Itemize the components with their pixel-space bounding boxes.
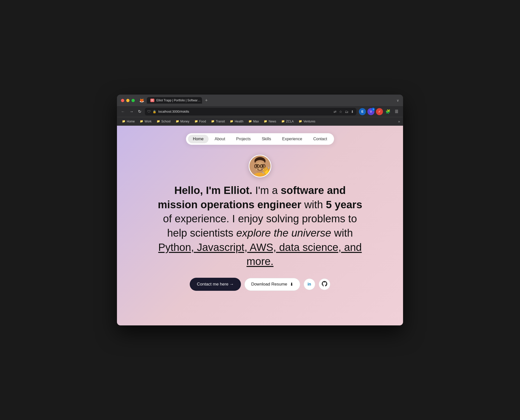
bookmark-folder-icon: 📁 xyxy=(157,120,160,123)
url-text: localhost:3000/#skills xyxy=(158,110,189,113)
svg-point-7 xyxy=(256,165,258,167)
github-icon xyxy=(322,281,327,288)
url-bar[interactable]: 🛡 🔒 localhost:3000/#skills ⇄ ☆ 🗂 ⬇ xyxy=(145,108,356,115)
bookmark-folder-icon: 📁 xyxy=(194,120,198,123)
bookmark-folder-icon: 📁 xyxy=(230,120,233,123)
hero-text: Hello, I'm Elliot. I'm a software and mi… xyxy=(155,183,365,269)
refresh-button[interactable]: ↻ xyxy=(137,108,142,115)
address-bar: ← → ↻ 🛡 🔒 localhost:3000/#skills ⇄ ☆ 🗂 ⬇… xyxy=(117,106,403,117)
bookmark-ventures[interactable]: 📁 Ventures xyxy=(297,119,317,124)
nav-item-experience[interactable]: Experience xyxy=(277,135,307,143)
back-button[interactable]: ← xyxy=(120,108,126,115)
bookmarks-more-button[interactable]: » xyxy=(398,119,400,123)
shield-icon: 🛡 xyxy=(147,110,151,113)
nav-item-projects[interactable]: Projects xyxy=(231,135,256,143)
bookmark-folder-icon: 📁 xyxy=(281,120,285,123)
years-text: 5 years xyxy=(326,199,362,211)
menu-button[interactable]: ☰ xyxy=(393,108,400,115)
nav-item-skills[interactable]: Skills xyxy=(257,135,276,143)
bookmark-label: Max xyxy=(253,120,259,123)
greeting-bold: Hello, I'm Elliot. xyxy=(174,184,252,196)
linkedin-button[interactable]: in xyxy=(304,278,315,290)
bookmark-school[interactable]: 📁 School xyxy=(155,119,173,124)
firefox-icon: 🦊 xyxy=(139,98,144,103)
bookmark-star-icon[interactable]: ☆ xyxy=(339,110,342,114)
description-4: with xyxy=(331,227,353,239)
download-icon: ⬇ xyxy=(290,282,293,287)
github-button[interactable] xyxy=(319,278,330,290)
bookmark-folder-icon: 📁 xyxy=(248,120,252,123)
url-action-icons: ⇄ ☆ 🗂 ⬇ xyxy=(334,110,354,114)
avatar-container: 👋 xyxy=(249,155,271,177)
description-2: with xyxy=(301,199,326,211)
resume-label: Download Resume xyxy=(251,282,287,287)
bookmark-max[interactable]: 📁 Max xyxy=(246,119,261,124)
cta-row: Contact me here → Download Resume ⬇ in xyxy=(190,278,330,291)
bookmark-label: Money xyxy=(180,120,189,123)
wave-emoji: 👋 xyxy=(262,166,271,176)
bookmark-zcla[interactable]: 📁 ZCLA xyxy=(279,119,296,124)
bookmark-label: Home xyxy=(127,120,135,123)
tab-icon: R xyxy=(150,99,154,102)
bookmark-news[interactable]: 📁 News xyxy=(262,119,278,124)
bookmark-food[interactable]: 📁 Food xyxy=(192,119,208,124)
bookmark-label: Transit xyxy=(216,120,225,123)
bookmark-label: Ventures xyxy=(303,120,315,123)
bookmark-label: Food xyxy=(199,120,206,123)
bookmark-money[interactable]: 📁 Money xyxy=(174,119,191,124)
linkedin-icon: in xyxy=(307,282,311,287)
tech-stack: Python, Javascript, AWS, data science, a… xyxy=(158,241,362,267)
download-resume-button[interactable]: Download Resume ⬇ xyxy=(244,278,300,291)
bookmark-home[interactable]: 📁 Home xyxy=(120,119,137,124)
italic-description: explore the universe xyxy=(236,227,331,239)
bookmark-label: Work xyxy=(145,120,152,123)
bookmark-folder-icon: 📁 xyxy=(122,120,125,123)
more-tabs-button[interactable]: ∨ xyxy=(397,98,399,102)
page-content: Home About Projects Skills Experience Co… xyxy=(117,126,403,325)
lock-icon: 🔒 xyxy=(153,110,156,113)
bookmark-label: News xyxy=(269,120,276,123)
active-tab[interactable]: R Elliot Trapp | Portfolio | Softwar… ✕ xyxy=(147,97,202,104)
bookmark-folder-icon: 📁 xyxy=(264,120,267,123)
bookmark-folder-icon: 📁 xyxy=(176,120,179,123)
title-bar: 🦊 R Elliot Trapp | Portfolio | Softwar… … xyxy=(117,95,403,106)
account-button[interactable]: E xyxy=(359,108,366,115)
bookmark-folder-icon: 📁 xyxy=(211,120,215,123)
bookmark-label: School xyxy=(161,120,171,123)
todoist-button[interactable]: ✓ xyxy=(376,108,383,115)
minimize-button[interactable] xyxy=(126,99,129,102)
bookmark-label: ZCLA xyxy=(286,120,294,123)
browser-window: 🦊 R Elliot Trapp | Portfolio | Softwar… … xyxy=(117,95,403,325)
maximize-button[interactable] xyxy=(132,99,135,102)
traffic-lights xyxy=(121,99,135,102)
bookmark-transit[interactable]: 📁 Transit xyxy=(209,119,227,124)
bookmark-work[interactable]: 📁 Work xyxy=(138,119,154,124)
tab-bar: R Elliot Trapp | Portfolio | Softwar… ✕ … xyxy=(147,97,394,104)
contact-button[interactable]: Contact me here → xyxy=(190,278,241,291)
translate-icon[interactable]: ⇄ xyxy=(334,110,337,114)
close-button[interactable] xyxy=(121,99,124,102)
nav-item-contact[interactable]: Contact xyxy=(308,135,332,143)
bookmarks-bar: 📁 Home 📁 Work 📁 School 📁 Money 📁 Food 📁 … xyxy=(117,117,403,126)
site-navigation: Home About Projects Skills Experience Co… xyxy=(186,133,334,145)
description-1: I'm a xyxy=(252,184,281,196)
bookmark-label: Health xyxy=(235,120,243,123)
pocket-icon[interactable]: 🗂 xyxy=(345,110,348,114)
extensions-button[interactable]: V xyxy=(367,108,374,115)
puzzle-icon[interactable]: 🧩 xyxy=(384,108,392,115)
download-icon[interactable]: ⬇ xyxy=(351,110,354,114)
tab-title: Elliot Trapp | Portfolio | Softwar… xyxy=(156,99,201,102)
avatar: 👋 xyxy=(249,155,271,177)
bookmark-health[interactable]: 📁 Health xyxy=(228,119,245,124)
bookmark-folder-icon: 📁 xyxy=(140,120,143,123)
bookmark-folder-icon: 📁 xyxy=(299,120,302,123)
nav-item-home[interactable]: Home xyxy=(188,135,209,143)
nav-item-about[interactable]: About xyxy=(210,135,230,143)
new-tab-button[interactable]: + xyxy=(203,97,210,104)
forward-button[interactable]: → xyxy=(128,108,135,115)
toolbar-icons: E V ✓ 🧩 ☰ xyxy=(359,108,400,115)
